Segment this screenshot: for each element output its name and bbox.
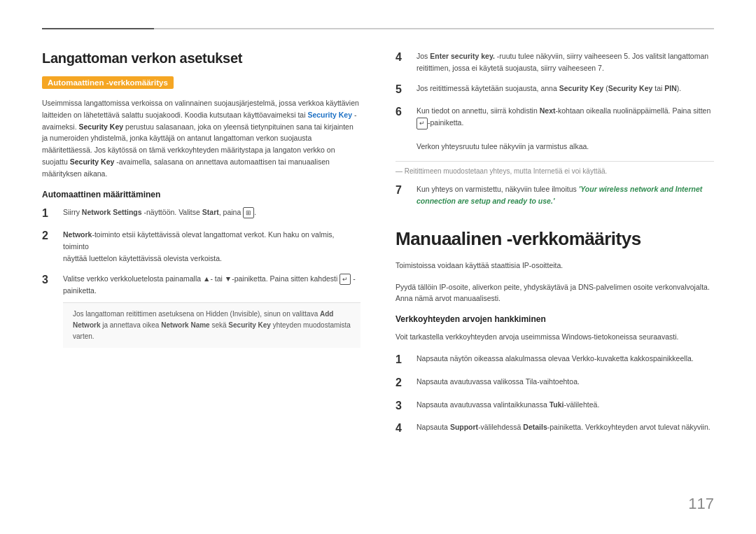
step-text-6: Kun tiedot on annettu, siirrä kohdistin … (416, 105, 714, 153)
step-text-1: Siirry Network Settings -näyttöön. Valit… (63, 206, 360, 218)
security-key-ref2: Security Key (79, 122, 124, 131)
security-key-ref1: Security Key (307, 111, 352, 119)
left-column: Langattoman verkon asetukset Automaattin… (42, 50, 360, 506)
main-title: Langattoman verkon asetukset (42, 50, 360, 66)
content-columns: Langattoman verkon asetukset Automaattin… (42, 50, 714, 506)
step-right-5: 5 Jos reitittimessä käytetään suojausta,… (396, 83, 714, 97)
security-key-ref3: Security Key (70, 157, 115, 166)
step-left-2: 2 Network-toiminto etsii käytettävissä o… (42, 229, 360, 264)
step2-number-3: 3 (396, 399, 411, 414)
step2-4: 4 Napsauta Support-välilehdessä Details-… (396, 421, 714, 436)
step2-number-4: 4 (396, 421, 411, 436)
section2-text: Pyydä tällöin IP-osoite, aliverkon peite… (396, 281, 714, 305)
right-column: 4 Jos Enter security key. -ruutu tulee n… (396, 50, 714, 506)
step-number-2: 2 (42, 229, 57, 244)
step-number-1: 1 (42, 206, 57, 221)
step2-3: 3 Napsauta avautuvassa valintaikkunassa … (396, 399, 714, 414)
step2-number-1: 1 (396, 353, 411, 367)
top-border (42, 28, 714, 29)
step2-2: 2 Napsauta avautuvassa valikossa Tila-va… (396, 376, 714, 391)
subsection2-intro: Voit tarkastella verkkoyhteyden arvoja u… (396, 331, 714, 343)
step2-text-4: Napsauta Support-välilehdessä Details-pa… (416, 421, 714, 433)
top-border-accent (42, 28, 154, 29)
step-text-4: Jos Enter security key. -ruutu tulee näk… (416, 50, 714, 74)
step-number-3: 3 (42, 273, 57, 288)
step-right-6: 6 Kun tiedot on annettu, siirrä kohdisti… (396, 105, 714, 153)
step-text-3: Valitse verkko verkkoluetelosta painamal… (63, 273, 360, 348)
intro-paragraph: Useimmissa langattomissa verkoissa on va… (42, 97, 360, 180)
subsection-title-1: Automaattinen määrittäminen (42, 190, 360, 199)
step-text-5: Jos reitittimessä käytetään suojausta, a… (416, 83, 714, 94)
step-text-2: Network-toiminto etsii käytettävissä ole… (63, 229, 360, 264)
step2-text-3: Napsauta avautuvassa valintaikkunassa Tu… (416, 399, 714, 411)
page-number: 117 (688, 495, 714, 513)
step2-number-2: 2 (396, 376, 411, 391)
step2-text-2: Napsauta avautuvassa valikossa Tila-vaih… (416, 376, 714, 388)
step-right-7: 7 Kun yhteys on varmistettu, näkyviin tu… (396, 183, 714, 207)
step-text-7: Kun yhteys on varmistettu, näkyviin tule… (416, 183, 714, 207)
step-number-5: 5 (396, 83, 411, 97)
step-number-6: 6 (396, 105, 411, 120)
step2-1: 1 Napsauta näytön oikeassa alakulmassa o… (396, 353, 714, 367)
step-3-subnote: Jos langattoman reitittimen asetuksena o… (63, 302, 360, 348)
step-number-4: 4 (396, 50, 411, 65)
section2-title: Manuaalinen -verkkomääritys (396, 228, 714, 250)
step-number-7: 7 (396, 183, 411, 198)
section2-intro: Toimistoissa voidaan käyttää staattisia … (396, 260, 714, 272)
page: Langattoman verkon asetukset Automaattin… (0, 0, 756, 534)
highlight-badge: Automaattinen -verkkomääritys (42, 76, 174, 89)
step-right-4: 4 Jos Enter security key. -ruutu tulee n… (396, 50, 714, 74)
step-left-1: 1 Siirry Network Settings -näyttöön. Val… (42, 206, 360, 221)
subsection2-title: Verkkoyhteyden arvojen hankkiminen (396, 314, 714, 324)
step2-text-1: Napsauta näytön oikeassa alakulmassa ole… (416, 353, 714, 365)
step-left-3: 3 Valitse verkko verkkoluetelosta painam… (42, 273, 360, 348)
divider-note: — Reitittimeen muodostetaan yhteys, mutt… (396, 161, 714, 176)
